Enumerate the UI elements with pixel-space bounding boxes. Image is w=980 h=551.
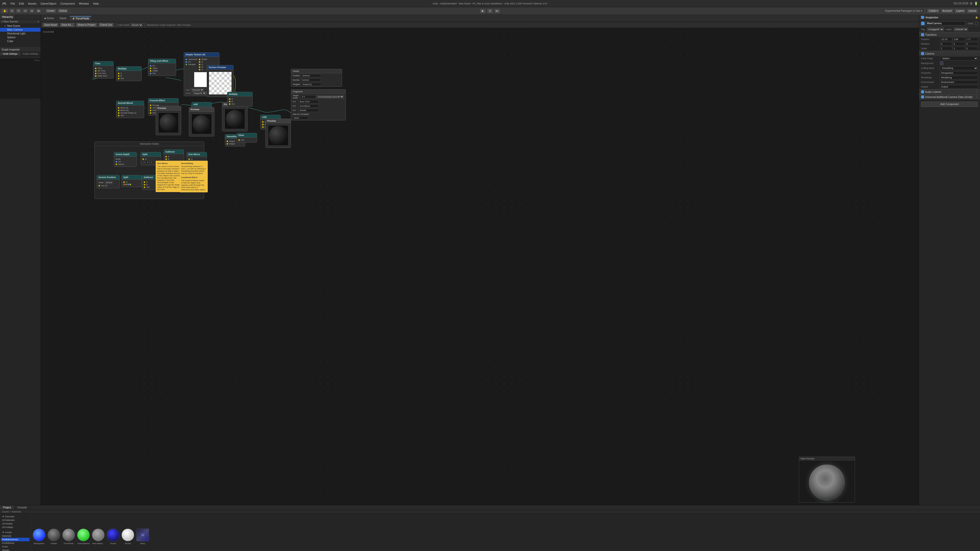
frag-normal-input[interactable] xyxy=(298,104,319,108)
culling-mask-select[interactable]: Everything xyxy=(940,66,978,70)
asset-greensphere[interactable]: GreenSphere xyxy=(77,529,90,545)
portfolio-mat-folder[interactable]: PortfolioMat xyxy=(1,541,29,545)
scene-depth-node[interactable]: Scene Depth Mode UV Eye(1) xyxy=(114,152,137,167)
pos-z[interactable]: -7.7 xyxy=(966,38,978,41)
vertex-normal-input[interactable] xyxy=(301,78,321,82)
frag-metallic-input[interactable] xyxy=(298,109,319,112)
menu-help[interactable]: Help xyxy=(91,2,101,6)
inspector-toggle[interactable] xyxy=(921,16,924,19)
inspector-lock-icon[interactable]: 🔒 xyxy=(975,16,978,19)
sphere-preview-4[interactable]: Preview xyxy=(266,119,291,148)
camera-component-header[interactable]: Camera xyxy=(919,51,980,56)
texture-type-select[interactable]: Default▾ xyxy=(191,88,204,92)
camera-toggle[interactable] xyxy=(921,52,924,55)
layer-select[interactable]: Default▾ xyxy=(954,27,968,31)
game-tab[interactable]: Game xyxy=(57,16,68,20)
vertex-position-input[interactable] xyxy=(301,74,321,77)
environment-value[interactable]: Environment xyxy=(940,80,978,84)
add-component-button[interactable]: Add Component xyxy=(921,102,978,107)
hierarchy-directional-light[interactable]: Directional Light xyxy=(0,32,41,35)
node-settings-tab[interactable]: Node Settings xyxy=(0,52,21,56)
pos-x[interactable]: -12.15 xyxy=(940,38,952,41)
tiling-offset-node[interactable]: Tiling And Offset UV Tiling Offset xyxy=(148,59,176,76)
console-tab[interactable]: Console xyxy=(14,505,30,510)
frag-mode-select[interactable]: Scene(Opaque) Buond▾ xyxy=(317,95,344,98)
transform-component-header[interactable]: Transform xyxy=(919,32,980,37)
screen-position-node[interactable]: Screen Position Mode Default Out (4) xyxy=(97,175,120,188)
background-color-swatch[interactable] xyxy=(940,62,943,65)
additional-camera-header[interactable]: Universal Additional Camera Data (Script… xyxy=(919,94,980,99)
asset-terrain[interactable]: Terrain xyxy=(121,529,134,545)
play-button[interactable]: ▶ xyxy=(480,8,486,14)
asset-ocean[interactable]: Ocean xyxy=(107,529,119,545)
scale-y[interactable]: 1 xyxy=(953,47,965,50)
rendering-value[interactable]: Rendering xyxy=(940,76,978,79)
toolbar-rotate-btn[interactable]: ↻ xyxy=(16,9,21,13)
show-in-project-btn[interactable]: Show in Project xyxy=(76,23,97,27)
scene-tab[interactable]: ■ Scene xyxy=(42,16,56,20)
collab-btn[interactable]: Collab ▾ xyxy=(927,9,940,13)
audio-listener-toggle[interactable] xyxy=(921,90,924,94)
vertex-tangent-input[interactable] xyxy=(301,83,321,86)
layers-btn[interactable]: Layers xyxy=(955,9,966,13)
project-tab[interactable]: Project xyxy=(0,505,14,510)
multiply-node[interactable]: Multiply A B Out xyxy=(116,66,142,81)
gameobject-active-toggle[interactable] xyxy=(921,22,924,25)
pause-button[interactable]: ⏸ xyxy=(487,8,493,14)
sphere-preview-1[interactable]: Preview xyxy=(156,106,181,135)
all-prefabs-item[interactable]: All Prefabs xyxy=(1,526,29,529)
toolbar-rect-btn[interactable]: ⊡ xyxy=(29,9,35,13)
fonts-folder[interactable]: Fonts xyxy=(1,545,29,548)
shader-folder[interactable]: Shader xyxy=(1,548,29,551)
projection-value[interactable]: Perspective xyxy=(940,71,978,75)
layout-btn[interactable]: Layout xyxy=(967,9,978,13)
all-models-item[interactable]: All Models xyxy=(1,522,29,526)
sp-mode-val[interactable]: Default xyxy=(105,181,113,184)
toolbar-scale-btn[interactable]: ⇔ xyxy=(22,9,28,13)
rot-x[interactable]: 0 xyxy=(940,42,952,46)
save-asset-btn[interactable]: Save Asset xyxy=(42,23,59,27)
menu-file[interactable]: File xyxy=(8,2,17,6)
graph-settings-tab[interactable]: Graph Settings xyxy=(21,52,41,56)
scale-x[interactable]: 1 xyxy=(940,47,952,50)
tag-select[interactable]: Untagged▾ xyxy=(927,27,944,31)
audio-listener-menu[interactable]: ⋮ xyxy=(976,91,978,93)
time-node[interactable]: Time Time Sin Time Cos Time xyxy=(93,61,114,79)
asset-shader[interactable]: Shader xyxy=(48,529,60,545)
asset-bluesphere[interactable]: BlueSphere xyxy=(33,529,45,545)
toolbar-transform-btn[interactable]: ✋ xyxy=(2,9,8,13)
texture-space-select[interactable]: Tangent▾ xyxy=(192,92,207,95)
hierarchy-add-icon[interactable]: + xyxy=(38,20,39,23)
hierarchy-cube[interactable]: Cube xyxy=(0,39,41,43)
multiply-node-2[interactable]: Multiply A B Out xyxy=(227,92,253,106)
forcefields-tab[interactable]: ⚡ ForceFields xyxy=(70,16,91,21)
step-button[interactable]: ⏭ xyxy=(494,8,500,14)
color-mode-select[interactable]: None▾ xyxy=(130,23,143,27)
audio-listener-header[interactable]: Audio Listener ⋮ xyxy=(919,89,980,94)
menu-component[interactable]: Component xyxy=(58,2,77,6)
static-checkbox[interactable] xyxy=(975,22,978,25)
toolbar-transform-all-btn[interactable]: ⊞ xyxy=(36,9,41,13)
menu-assets[interactable]: Assets xyxy=(26,2,38,6)
additional-camera-toggle[interactable] xyxy=(921,95,924,98)
materials-folder[interactable]: Materials xyxy=(1,534,29,538)
menu-gameobject[interactable]: GameObject xyxy=(38,2,59,6)
glow-node[interactable]: Glow Out xyxy=(237,133,257,143)
additional-camera-menu[interactable]: ⋮ xyxy=(976,96,978,98)
save-as-btn[interactable]: Save As... xyxy=(60,23,75,27)
check-out-btn[interactable]: Check Out xyxy=(98,23,114,27)
graph-canvas[interactable]: ForceField xyxy=(41,28,919,505)
asset-warp[interactable]: ≋ Warp xyxy=(136,529,149,545)
clear-flags-select[interactable]: Skybox xyxy=(940,56,978,60)
frag-target-input[interactable] xyxy=(301,95,316,98)
asset-forcefield[interactable]: ForceField xyxy=(62,529,75,545)
asset-newmaterial[interactable]: New Materi... xyxy=(92,529,105,545)
hierarchy-sphere[interactable]: Sphere xyxy=(0,35,41,39)
gameobject-name-input[interactable] xyxy=(926,21,966,25)
hierarchy-tab[interactable]: Hierarchy xyxy=(0,15,15,19)
normal-blend-node[interactable]: Normal Blend Base (3) Blend (3) Smooth D… xyxy=(116,101,144,118)
frag-base-input[interactable] xyxy=(298,100,319,103)
menu-edit[interactable]: Edit xyxy=(17,2,26,6)
all-materials-item[interactable]: All Materials xyxy=(1,518,29,522)
rot-y[interactable]: 2 xyxy=(953,42,965,46)
